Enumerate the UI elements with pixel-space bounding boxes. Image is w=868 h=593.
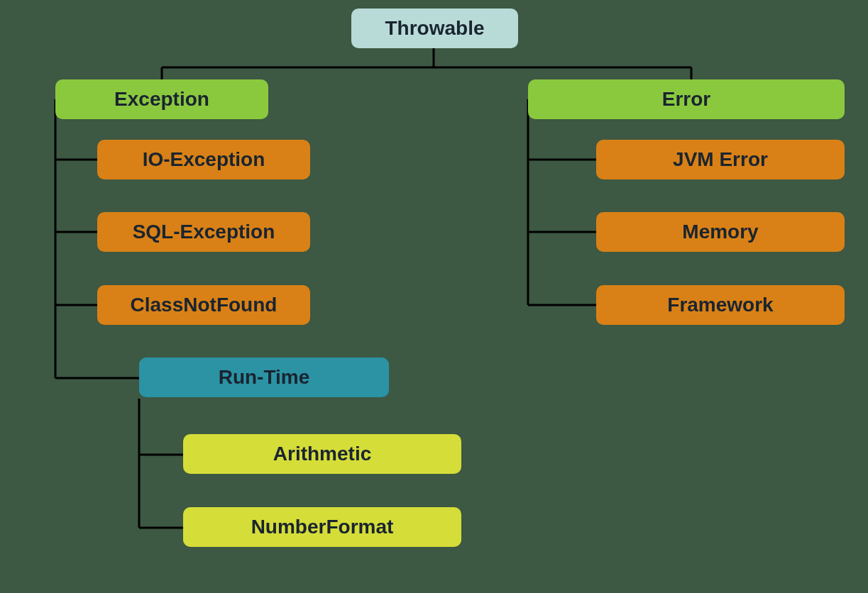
node-memory: Memory xyxy=(596,212,845,252)
node-sql-exception: SQL-Exception xyxy=(97,212,310,252)
node-io-exception: IO-Exception xyxy=(97,140,310,179)
node-throwable: Throwable xyxy=(351,9,518,48)
node-numberformat: NumberFormat xyxy=(183,507,461,547)
node-arithmetic: Arithmetic xyxy=(183,434,461,474)
node-runtime: Run-Time xyxy=(139,358,389,397)
node-jvm-error: JVM Error xyxy=(596,140,845,179)
node-classnotfound: ClassNotFound xyxy=(97,285,310,325)
node-error: Error xyxy=(528,79,845,119)
node-framework: Framework xyxy=(596,285,845,325)
node-exception: Exception xyxy=(55,79,268,119)
